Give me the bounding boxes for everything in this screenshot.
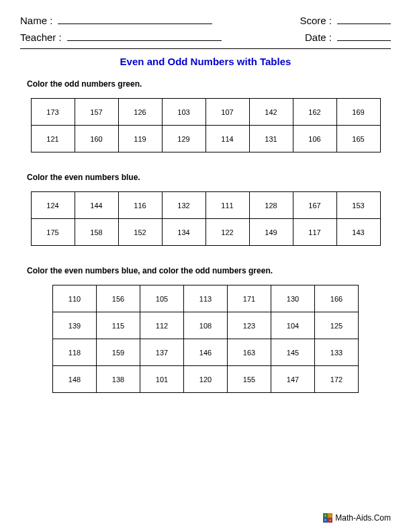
table-row: 148 138 101 120 155 147 172: [53, 366, 359, 393]
section-2: Color the even numbers blue. 124 144 116…: [27, 173, 384, 246]
number-cell: 119: [118, 126, 162, 152]
page-title: Even and Odd Numbers with Tables: [20, 56, 391, 67]
number-cell: 122: [205, 219, 249, 246]
teacher-label: Teacher :: [20, 32, 62, 43]
number-cell: 108: [184, 312, 228, 339]
footer: + − × ÷ Math-Aids.Com: [323, 513, 391, 523]
number-cell: 117: [293, 219, 336, 246]
number-cell: 147: [271, 366, 315, 393]
number-cell: 165: [336, 126, 380, 152]
date-label: Date :: [305, 32, 332, 43]
date-line: [337, 30, 391, 41]
number-cell: 131: [249, 126, 293, 152]
number-cell: 103: [162, 99, 205, 126]
number-cell: 107: [205, 99, 249, 126]
number-cell: 138: [97, 366, 140, 393]
svg-text:−: −: [329, 513, 331, 517]
number-cell: 112: [140, 312, 184, 339]
number-cell: 162: [293, 99, 336, 126]
table-row: 139 115 112 108 123 104 125: [53, 312, 359, 339]
number-cell: 172: [315, 366, 359, 393]
instruction-2: Color the even numbers blue.: [27, 173, 384, 182]
svg-text:÷: ÷: [329, 518, 331, 522]
header-fields: Name : Score : Teacher : Date :: [20, 13, 391, 43]
number-cell: 120: [184, 366, 228, 393]
table-row: 124 144 116 132 111 128 167 153: [31, 192, 380, 219]
score-line: [337, 13, 391, 24]
number-cell: 156: [97, 285, 140, 312]
table-2: 124 144 116 132 111 128 167 153 175 158 …: [31, 191, 381, 246]
number-cell: 143: [336, 219, 380, 246]
number-cell: 163: [228, 339, 271, 366]
footer-site: Math-Aids.Com: [335, 513, 391, 523]
math-aids-icon: + − × ÷: [323, 513, 332, 523]
number-cell: 124: [31, 192, 75, 219]
table-1: 173 157 126 103 107 142 162 169 121 160 …: [31, 98, 381, 152]
number-cell: 173: [31, 99, 75, 126]
number-cell: 132: [162, 192, 205, 219]
number-cell: 106: [293, 126, 336, 152]
table-row: 121 160 119 129 114 131 106 165: [31, 126, 380, 152]
number-cell: 101: [140, 366, 184, 393]
number-cell: 125: [315, 312, 359, 339]
number-cell: 148: [53, 366, 97, 393]
number-cell: 116: [118, 192, 162, 219]
number-cell: 115: [97, 312, 140, 339]
number-cell: 149: [249, 219, 293, 246]
table-row: 118 159 137 146 163 145 133: [53, 339, 359, 366]
number-cell: 123: [228, 312, 271, 339]
number-cell: 166: [315, 285, 359, 312]
number-cell: 171: [228, 285, 271, 312]
instruction-1: Color the odd numbers green.: [27, 79, 384, 89]
number-cell: 111: [205, 192, 249, 219]
score-label: Score :: [300, 15, 332, 26]
number-cell: 145: [271, 339, 315, 366]
number-cell: 121: [31, 126, 75, 152]
number-cell: 110: [53, 285, 97, 312]
number-cell: 134: [162, 219, 205, 246]
name-line: [58, 13, 212, 24]
number-cell: 129: [162, 126, 205, 152]
number-cell: 142: [249, 99, 293, 126]
table-row: 173 157 126 103 107 142 162 169: [31, 99, 380, 126]
number-cell: 160: [75, 126, 118, 152]
number-cell: 175: [31, 219, 75, 246]
table-row: 175 158 152 134 122 149 117 143: [31, 219, 380, 246]
svg-text:×: ×: [324, 518, 326, 522]
number-cell: 133: [315, 339, 359, 366]
number-cell: 155: [228, 366, 271, 393]
number-cell: 114: [205, 126, 249, 152]
section-1: Color the odd numbers green. 173 157 126…: [27, 79, 384, 152]
number-cell: 128: [249, 192, 293, 219]
number-cell: 169: [336, 99, 380, 126]
number-cell: 157: [75, 99, 118, 126]
number-cell: 153: [336, 192, 380, 219]
number-cell: 118: [53, 339, 97, 366]
number-cell: 113: [184, 285, 228, 312]
header-rule: [20, 48, 391, 49]
number-cell: 126: [118, 99, 162, 126]
name-label: Name :: [20, 15, 52, 26]
number-cell: 137: [140, 339, 184, 366]
number-cell: 130: [271, 285, 315, 312]
number-cell: 146: [184, 339, 228, 366]
number-cell: 152: [118, 219, 162, 246]
number-cell: 139: [53, 312, 97, 339]
number-cell: 159: [97, 339, 140, 366]
number-cell: 104: [271, 312, 315, 339]
table-row: 110 156 105 113 171 130 166: [53, 285, 359, 312]
number-cell: 167: [293, 192, 336, 219]
number-cell: 144: [75, 192, 118, 219]
section-3: Color the even numbers blue, and color t…: [27, 266, 384, 393]
number-cell: 158: [75, 219, 118, 246]
table-3: 110 156 105 113 171 130 166 139 115 112 …: [52, 285, 359, 393]
teacher-line: [67, 30, 222, 41]
instruction-3: Color the even numbers blue, and color t…: [27, 266, 384, 275]
svg-text:+: +: [324, 513, 326, 517]
number-cell: 105: [140, 285, 184, 312]
